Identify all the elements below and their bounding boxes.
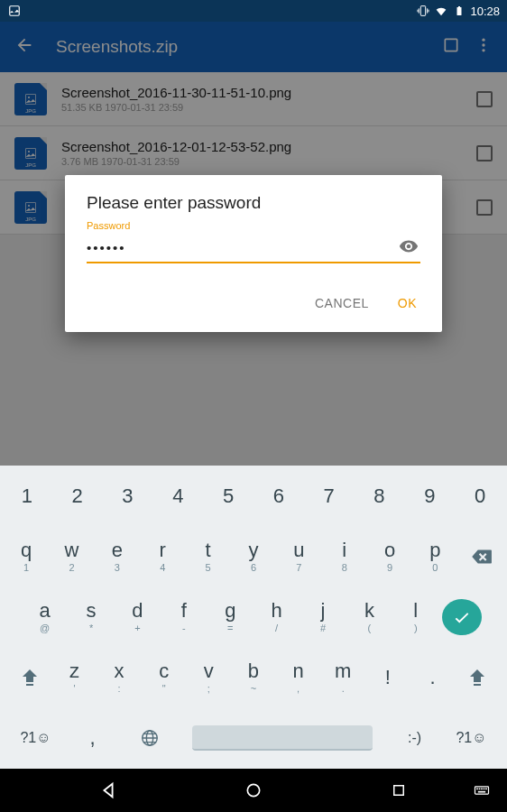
key-q[interactable]: q1 [6, 526, 46, 586]
wifi-icon [434, 4, 448, 18]
svg-rect-22 [484, 789, 485, 790]
keyboard-row-3: z' x: c" v; b~ n, m. ! . [0, 648, 507, 708]
key-r[interactable]: r4 [143, 526, 182, 586]
password-dialog: Please enter password Password CANCEL OK [65, 175, 442, 332]
key-v[interactable]: v; [189, 648, 228, 708]
nav-recent-icon[interactable] [388, 780, 410, 801]
key-e[interactable]: e3 [97, 526, 137, 586]
nav-back-icon[interactable] [97, 780, 119, 801]
key-a[interactable]: a@ [25, 586, 65, 647]
input-label: Password [87, 220, 420, 231]
key-x[interactable]: x: [99, 648, 139, 708]
status-time: 10:28 [470, 5, 500, 18]
globe-key[interactable] [128, 708, 171, 769]
key-l[interactable]: l) [396, 586, 436, 647]
keyboard-row-1: q1 w2 e3 r4 t5 y6 u7 i8 o9 p0 [0, 526, 507, 586]
key-c[interactable]: c" [144, 648, 184, 708]
key-0[interactable]: 0 [460, 466, 500, 526]
key-t[interactable]: t5 [189, 526, 228, 586]
key-2[interactable]: 2 [58, 466, 97, 526]
keyboard-row-4: ?1☺ , :-) ?1☺ [0, 708, 507, 769]
key-o[interactable]: o9 [370, 526, 410, 586]
key-f[interactable]: f- [164, 586, 204, 647]
key-k[interactable]: k( [349, 586, 389, 647]
key-5[interactable]: 5 [208, 466, 248, 526]
key-n[interactable]: n, [279, 648, 318, 708]
svg-rect-20 [479, 789, 481, 790]
key-g[interactable]: g= [210, 586, 250, 647]
keyboard-number-row: 1 2 3 4 5 6 7 8 9 0 [0, 466, 507, 526]
symbols-key[interactable]: ?1☺ [14, 708, 58, 769]
key-p[interactable]: p0 [415, 526, 455, 586]
keyboard-toggle-icon[interactable] [471, 780, 493, 801]
password-input[interactable] [87, 240, 399, 255]
key-period[interactable]: . [412, 648, 452, 708]
battery-icon [452, 4, 466, 18]
svg-rect-18 [475, 787, 489, 794]
status-bar: 10:28 [0, 0, 507, 22]
key-7[interactable]: 7 [309, 466, 349, 526]
key-1[interactable]: 1 [7, 466, 47, 526]
backspace-key[interactable] [461, 542, 501, 571]
key-z[interactable]: z' [54, 648, 94, 708]
key-comma[interactable]: , [71, 708, 115, 769]
key-exclaim[interactable]: ! [368, 648, 408, 708]
key-y[interactable]: y6 [234, 526, 273, 586]
space-key[interactable] [192, 725, 373, 751]
key-6[interactable]: 6 [259, 466, 299, 526]
dialog-title: Please enter password [87, 193, 420, 213]
cancel-button[interactable]: CANCEL [311, 289, 373, 318]
svg-rect-2 [457, 7, 462, 15]
soft-keyboard: 1 2 3 4 5 6 7 8 9 0 q1 w2 e3 r4 t5 y6 u7… [0, 466, 507, 769]
keyboard-row-2: a@ s* d+ f- g= h/ j# k( l) [0, 586, 507, 647]
visibility-icon[interactable] [399, 236, 420, 258]
emoticon-key[interactable]: :-) [393, 708, 437, 769]
svg-rect-23 [485, 789, 487, 790]
key-b[interactable]: b~ [234, 648, 273, 708]
ok-button[interactable]: OK [394, 289, 420, 318]
vibrate-icon [416, 4, 430, 18]
key-4[interactable]: 4 [158, 466, 198, 526]
enter-key[interactable] [442, 599, 482, 635]
gallery-icon [7, 4, 22, 18]
key-w[interactable]: w2 [52, 526, 92, 586]
svg-rect-24 [478, 791, 485, 793]
svg-point-16 [247, 784, 259, 796]
symbols-key-right[interactable]: ?1☺ [450, 708, 493, 769]
nav-home-icon[interactable] [243, 780, 264, 801]
svg-rect-1 [421, 6, 426, 16]
svg-rect-17 [393, 786, 403, 796]
key-u[interactable]: u7 [279, 526, 318, 586]
svg-rect-21 [481, 789, 483, 790]
key-3[interactable]: 3 [107, 466, 147, 526]
svg-rect-19 [476, 789, 478, 790]
key-s[interactable]: s* [71, 586, 111, 647]
svg-rect-3 [458, 6, 460, 8]
key-9[interactable]: 9 [410, 466, 449, 526]
key-j[interactable]: j# [303, 586, 343, 647]
key-8[interactable]: 8 [359, 466, 399, 526]
key-h[interactable]: h/ [257, 586, 297, 647]
navigation-bar [0, 769, 507, 812]
shift-key-right[interactable] [457, 648, 497, 708]
key-m[interactable]: m. [323, 648, 363, 708]
shift-key[interactable] [10, 648, 50, 708]
key-d[interactable]: d+ [117, 586, 157, 647]
key-i[interactable]: i8 [325, 526, 364, 586]
